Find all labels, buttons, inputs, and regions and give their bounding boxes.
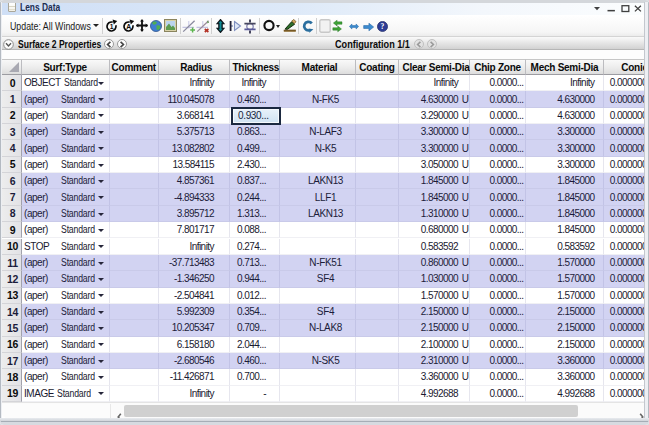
svg-text:?: ? xyxy=(381,22,385,31)
svg-text:A: A xyxy=(126,23,131,30)
svg-text:1: 1 xyxy=(109,23,113,30)
